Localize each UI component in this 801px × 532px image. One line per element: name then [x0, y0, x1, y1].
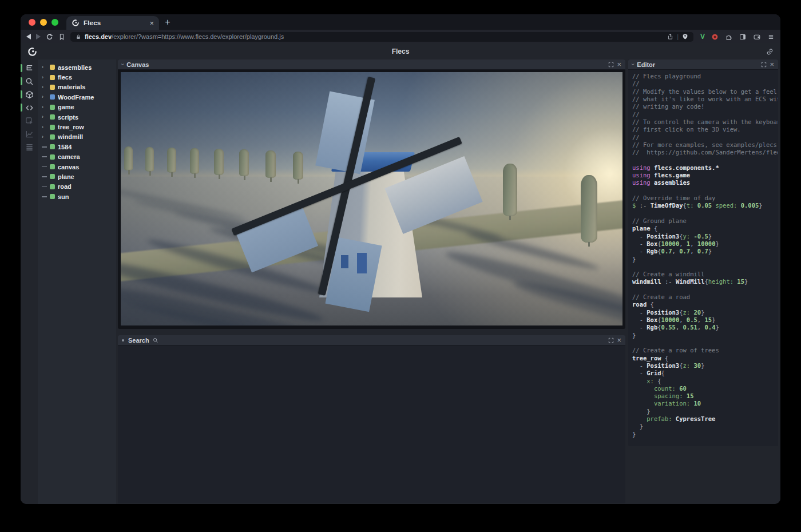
tree-item-sun[interactable]: sun — [38, 192, 116, 201]
search-icon — [25, 77, 34, 86]
tree-item-canvas[interactable]: canvas — [38, 162, 116, 172]
canvas-fullscreen-button[interactable] — [608, 62, 614, 68]
canvas-3d-viewport[interactable] — [121, 72, 622, 325]
leaf-dash-icon — [42, 166, 47, 168]
cypress-tree-3d — [214, 149, 224, 175]
collapsed-dot-icon[interactable] — [122, 339, 124, 342]
entity-color-chip — [50, 154, 55, 160]
code-line: - Rgb{0.7, 0.7, 0.7} — [632, 248, 778, 255]
main-column: › Canvas × — [116, 59, 625, 504]
tab-flecs[interactable]: Flecs × — [66, 16, 159, 30]
search-close-button[interactable]: × — [617, 336, 621, 344]
tree-item-road[interactable]: road — [38, 182, 116, 192]
editor-fullscreen-button[interactable] — [761, 62, 767, 68]
cypress-tree-3d — [145, 147, 154, 172]
tree-item-materials[interactable]: ›materials — [38, 82, 116, 92]
rail-button-inspector-icon[interactable] — [21, 116, 38, 125]
tree-item-1584[interactable]: 1584 — [38, 142, 116, 152]
rail-button-logs-icon[interactable] — [21, 142, 38, 152]
back-icon — [26, 34, 31, 39]
cypress-tree-3d — [239, 149, 249, 176]
tree-item-label: plane — [58, 173, 74, 180]
code-line: windmill :- WindMill{height: 15} — [632, 278, 778, 285]
back-button[interactable] — [26, 34, 31, 39]
tree-item-windmill[interactable]: ›windmill — [38, 132, 116, 142]
editor-close-button[interactable]: × — [770, 61, 774, 68]
share-icon[interactable] — [667, 33, 673, 40]
rail-button-stats-icon[interactable] — [21, 129, 38, 138]
tree-item-label: WoodFrame — [58, 94, 94, 101]
cypress-tree-3d — [167, 148, 176, 173]
fullscreen-icon — [608, 62, 614, 68]
expand-chevron-icon[interactable]: › — [42, 105, 47, 110]
reload-button[interactable] — [46, 33, 53, 41]
expand-chevron-icon[interactable]: › — [42, 65, 47, 70]
leaf-dash-icon — [42, 186, 47, 188]
code-line: // what it's like to work with an ECS wi… — [632, 96, 778, 103]
code-line: } — [632, 408, 778, 415]
close-window-button[interactable] — [29, 19, 35, 26]
extension-record-icon[interactable] — [711, 33, 719, 41]
tree-item-tree_row[interactable]: ›tree_row — [38, 122, 116, 132]
entity-color-chip — [50, 134, 55, 140]
code-line: } — [632, 423, 778, 430]
menu-icon[interactable] — [767, 33, 775, 41]
code-line: } — [632, 332, 778, 339]
search-panel-header: Search × — [118, 335, 625, 346]
tab-title: Flecs — [84, 19, 145, 26]
brave-shield-icon[interactable] — [682, 33, 688, 40]
tree-item-label: road — [58, 183, 72, 190]
reload-icon — [46, 33, 53, 41]
expand-chevron-icon[interactable]: › — [42, 94, 47, 100]
fullscreen-icon — [761, 62, 767, 68]
zoom-window-button[interactable] — [51, 19, 58, 26]
bookmark-sidebar-button[interactable] — [58, 33, 65, 41]
search-results-area[interactable] — [118, 346, 625, 503]
tree-item-game[interactable]: ›game — [38, 102, 116, 112]
permalink-button[interactable] — [766, 48, 774, 55]
entity-color-chip — [50, 194, 55, 199]
collapse-chevron-icon[interactable]: › — [120, 63, 126, 65]
url-path: /explorer/?wasm=https://www.flecs.dev/ex… — [112, 33, 284, 40]
tree-item-scripts[interactable]: ›scripts — [38, 112, 116, 122]
rail-button-code-editor-icon[interactable] — [21, 103, 38, 112]
entity-color-chip — [50, 105, 55, 110]
rail-button-search-icon[interactable] — [21, 77, 38, 86]
expand-chevron-icon[interactable]: › — [42, 85, 47, 90]
rail-button-canvas-3d-icon[interactable] — [21, 90, 38, 99]
search-fullscreen-button[interactable] — [608, 338, 614, 343]
tree-item-assemblies[interactable]: ›assemblies — [38, 62, 116, 72]
code-line: // Ground plane — [632, 217, 778, 225]
sidebar-toggle-icon[interactable] — [739, 33, 747, 41]
tree-item-camera[interactable]: camera — [38, 152, 116, 162]
code-editor[interactable]: // Flecs playground//// Modify the value… — [628, 70, 778, 438]
entity-color-chip — [50, 114, 55, 120]
url-bar[interactable]: flecs.dev/explorer/?wasm=https://www.fle… — [70, 32, 693, 42]
bookmark-icon — [58, 33, 65, 41]
tab-close-icon[interactable]: × — [149, 19, 154, 27]
extension-v-icon[interactable]: V — [700, 33, 705, 41]
editor-panel: › Editor × // Flecs playground//// Modif… — [628, 59, 778, 446]
extensions-puzzle-icon[interactable] — [725, 33, 732, 41]
expand-chevron-icon[interactable]: › — [42, 134, 47, 140]
tree-item-flecs[interactable]: ›flecs — [38, 72, 116, 82]
tree-item-WoodFrame[interactable]: ›WoodFrame — [38, 92, 116, 102]
code-line: - Position3{z: 30} — [632, 362, 778, 370]
canvas-panel-header: › Canvas × — [118, 59, 625, 70]
expand-chevron-icon[interactable]: › — [42, 125, 47, 130]
minimize-window-button[interactable] — [40, 19, 47, 26]
active-indicator — [21, 64, 22, 72]
rail-button-entity-tree-icon[interactable] — [21, 63, 38, 73]
collapse-chevron-icon[interactable]: › — [630, 63, 636, 65]
tree-item-plane[interactable]: plane — [38, 172, 116, 181]
forward-button[interactable] — [36, 34, 41, 39]
wallet-icon[interactable] — [753, 33, 761, 41]
code-line: - Position3{z: 20} — [632, 309, 778, 316]
canvas-close-button[interactable]: × — [617, 61, 621, 68]
expand-chevron-icon[interactable]: › — [42, 114, 47, 120]
panel-rail — [21, 59, 38, 504]
expand-chevron-icon[interactable]: › — [42, 75, 47, 80]
flecs-logo-icon[interactable] — [27, 47, 37, 57]
code-line: // https://github.com/SanderMertens/flec… — [632, 149, 778, 156]
new-tab-button[interactable]: + — [159, 17, 176, 27]
